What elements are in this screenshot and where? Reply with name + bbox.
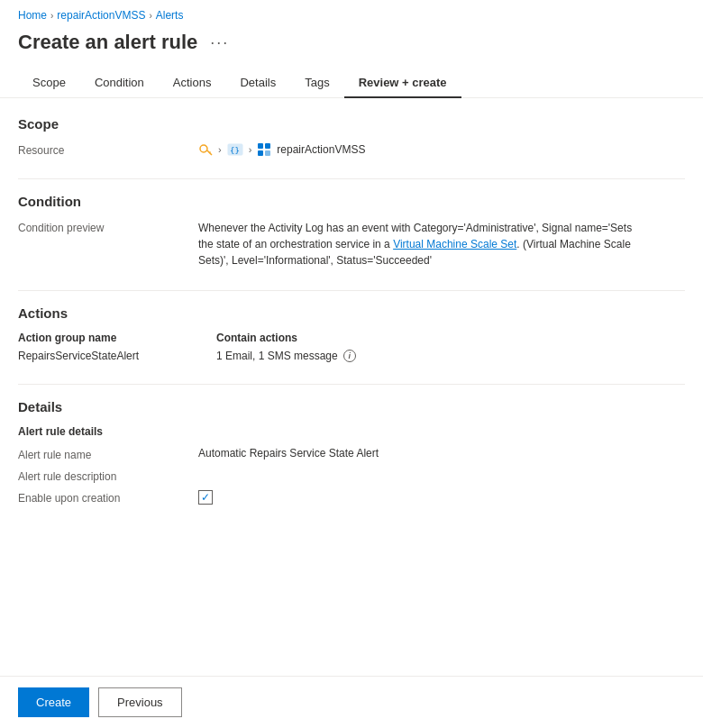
more-options-button[interactable]: ··· [206, 33, 233, 52]
tab-tags[interactable]: Tags [290, 68, 343, 98]
tab-actions[interactable]: Actions [159, 68, 226, 98]
enable-upon-creation-value: ✓ [198, 490, 685, 505]
scope-section-title: Scope [18, 116, 685, 132]
table-row: RepairsServiceStateAlert 1 Email, 1 SMS … [18, 350, 685, 362]
scope-resource-row: Resource › [18, 142, 685, 157]
condition-preview-label: Condition preview [18, 220, 198, 234]
page-header: Create an alert rule ··· [0, 27, 703, 68]
divider-1 [18, 178, 685, 179]
alert-rule-name-value: Automatic Repairs Service State Alert [198, 447, 685, 460]
breadcrumb-sep-1: › [50, 11, 53, 21]
scope-resource-label: Resource [18, 142, 198, 157]
resource-name: repairActionVMSS [277, 143, 365, 156]
enable-upon-creation-row: Enable upon creation ✓ [18, 490, 685, 505]
tab-details[interactable]: Details [225, 68, 290, 98]
actions-section-title: Actions [18, 305, 685, 321]
alert-rule-details-subtitle: Alert rule details [18, 425, 685, 438]
tab-condition[interactable]: Condition [80, 68, 159, 98]
svg-rect-8 [265, 150, 270, 156]
enable-upon-creation-label: Enable upon creation [18, 490, 198, 505]
details-section-title: Details [18, 399, 685, 414]
breadcrumb-alerts[interactable]: Alerts [156, 9, 184, 22]
footer: Create Previous [0, 676, 703, 728]
previous-button[interactable]: Previous [98, 687, 182, 717]
info-icon[interactable]: i [343, 350, 356, 362]
scope-resource-value: › {} › [198, 142, 685, 157]
chevron-1: › [218, 144, 222, 155]
action-group-name: RepairsServiceStateAlert [18, 350, 216, 362]
key-icon [198, 142, 213, 157]
breadcrumb: Home › repairActionVMSS › Alerts [0, 0, 703, 27]
action-group-actions: 1 Email, 1 SMS message i [216, 350, 685, 362]
action-group-actions-text: 1 Email, 1 SMS message [216, 350, 338, 362]
svg-rect-5 [258, 143, 263, 149]
condition-preview-value: Whenever the Activity Log has an event w… [198, 220, 649, 268]
svg-rect-7 [258, 150, 263, 156]
vmss-icon [257, 142, 271, 157]
actions-table: Action group name Contain actions Repair… [18, 332, 685, 362]
breadcrumb-vmss[interactable]: repairActionVMSS [57, 9, 145, 22]
resource-bracket-icon: {} [227, 142, 243, 157]
alert-rule-name-label: Alert rule name [18, 447, 198, 461]
alert-rule-desc-row: Alert rule description [18, 469, 685, 483]
alert-rule-name-row: Alert rule name Automatic Repairs Servic… [18, 447, 685, 461]
alert-rule-desc-label: Alert rule description [18, 469, 198, 483]
tab-review-create[interactable]: Review + create [344, 68, 461, 98]
condition-preview-row: Condition preview Whenever the Activity … [18, 220, 685, 268]
condition-section-title: Condition [18, 194, 685, 209]
tabs-container: Scope Condition Actions Details Tags Rev… [0, 68, 703, 98]
enable-checkbox[interactable]: ✓ [198, 490, 213, 505]
create-button[interactable]: Create [18, 687, 89, 717]
svg-rect-6 [265, 143, 270, 149]
svg-point-0 [200, 145, 207, 152]
breadcrumb-sep-2: › [149, 11, 151, 21]
condition-vmss-link[interactable]: Virtual Machine Scale Set [393, 238, 516, 250]
condition-section: Condition Condition preview Whenever the… [18, 194, 685, 268]
page-title: Create an alert rule [18, 31, 197, 54]
details-section: Details Alert rule details Alert rule na… [18, 399, 685, 505]
divider-3 [18, 384, 685, 385]
scope-section: Scope Resource › [18, 116, 685, 157]
divider-2 [18, 290, 685, 291]
svg-text:{}: {} [230, 146, 240, 155]
checkbox-row: ✓ [198, 490, 685, 505]
actions-section: Actions Action group name Contain action… [18, 305, 685, 362]
breadcrumb-home[interactable]: Home [18, 9, 47, 22]
tab-scope[interactable]: Scope [18, 68, 80, 98]
col-header-name: Action group name [18, 332, 216, 344]
actions-table-header: Action group name Contain actions [18, 332, 685, 344]
col-header-actions: Contain actions [216, 332, 685, 344]
chevron-2: › [249, 144, 252, 155]
